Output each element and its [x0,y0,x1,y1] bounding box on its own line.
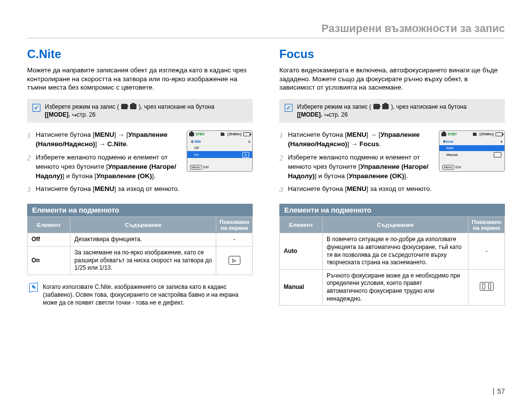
submenu-heading-cnite: Елементи на подменюто [27,204,253,217]
step-1: 1 Натиснете бутона [MENU] → [Управление … [27,130,180,149]
submenu-table-focus: Елемент Съдържание Показвано на екрана A… [279,217,505,306]
intro-cnite: Можете да направите записания обект да и… [27,66,253,92]
column-focus: Focus Когато видеокамерата е включена, а… [279,47,505,307]
check-icon: ✓ [32,103,41,112]
photo-mode-icon [130,104,136,109]
ss-card-icon [473,132,477,136]
mode-tip-text: Изберете режим на запис ( ), чрез натиск… [45,103,214,119]
table-row: Manual Ръчното фокусиране може да е необ… [280,269,505,305]
steps-cnite: 1 Натиснете бутона [MENU] → [Управление … [27,130,253,199]
mode-tip-cnite: ✓ Изберете режим на запис ( ), чрез нати… [27,99,253,123]
ss-stby: STBY [196,132,205,137]
step-2: 2 Изберете желаното подменю и елемент от… [27,153,180,181]
submenu-table-cnite: Елемент Съдържание Показвано на екрана O… [27,217,253,275]
ss-mode-icon [189,132,194,136]
intro-focus: Когато видеокамерата е включена, автофок… [279,66,505,92]
ss-stby: STBY [448,132,457,137]
video-mode-icon [121,104,128,109]
submenu-heading-focus: Елементи на подменюто [279,204,505,217]
ss-battery-icon [243,132,250,136]
ss-time: [254Min] [480,132,494,137]
ss-row-on-selected: On ▷ [187,151,252,158]
page-ref-icon: ↪ [324,111,329,119]
mode-tip-text: Изберете режим на запис ( ), чрез натиск… [297,103,466,119]
th-display: Показвано на екрана [468,217,505,233]
cnite-on-icon: ▷ [229,256,240,265]
step-1: 1 Натиснете бутона [MENU] → [Управление … [279,130,432,149]
ss-manual-focus-icon [494,152,501,157]
lcd-screenshot-cnite: STBY [254Min] C.Nite [187,130,253,172]
ss-cnite-icon: ▷ [242,152,249,157]
section-title-focus: Focus [279,47,505,61]
chapter-title: Разширени възможности за запис [27,22,505,38]
page-ref-icon: ↪ [72,111,77,119]
ss-menu-title: Focus [439,139,504,145]
table-row: On За заснемане на по-ярко изображение, … [28,247,253,275]
manual-page: Разширени възможности за запис C.Nite Мо… [0,0,532,406]
lcd-screenshot-focus: STBY [254Min] Focus [439,130,505,172]
ss-exit: MENU Exit [190,165,209,170]
photo-mode-icon [382,104,389,109]
steps-focus: 1 Натиснете бутона [MENU] → [Управление … [279,130,505,199]
check-icon: ✓ [284,103,293,112]
th-content: Съдържание [70,217,216,233]
ss-card-icon [221,132,225,136]
manual-focus-icon [480,282,494,291]
mode-tip-focus: ✓ Изберете режим на запис ( ), чрез нати… [279,99,505,123]
video-mode-icon [373,104,380,109]
ss-menu-title: C.Nite [187,139,252,145]
table-row: Off Дезактивира функцията. - [28,233,253,247]
table-row: Auto В повечето ситуации е по-добре да и… [280,233,505,269]
th-element: Елемент [28,217,70,233]
column-cnite: C.Nite Можете да направите записания обе… [27,47,253,307]
page-number: 57 [493,387,505,395]
th-display: Показвано на екрана [216,217,253,233]
section-title-cnite: C.Nite [27,47,253,61]
step-3: 3 Натиснете бутона [MENU] за изход от ме… [27,185,180,195]
ss-mode-icon [441,132,446,136]
ss-row-manual: Manual [439,151,504,158]
th-element: Елемент [280,217,323,233]
ss-battery-icon [496,132,502,136]
ss-row-off: Off [187,145,252,152]
ss-time: [254Min] [228,132,241,137]
th-content: Съдържание [323,217,468,233]
note-cnite: ✎ Когато използвате C.Nite, изображениет… [27,283,253,307]
two-column-layout: C.Nite Можете да направите записания обе… [27,47,505,307]
step-3: 3 Натиснете бутона [MENU] за изход от ме… [279,185,432,195]
note-icon: ✎ [29,283,38,292]
ss-row-auto-selected: Auto [439,145,504,152]
ss-exit: MENU Exit [442,165,461,170]
step-2: 2 Изберете желаното подменю и елемент от… [279,153,432,181]
